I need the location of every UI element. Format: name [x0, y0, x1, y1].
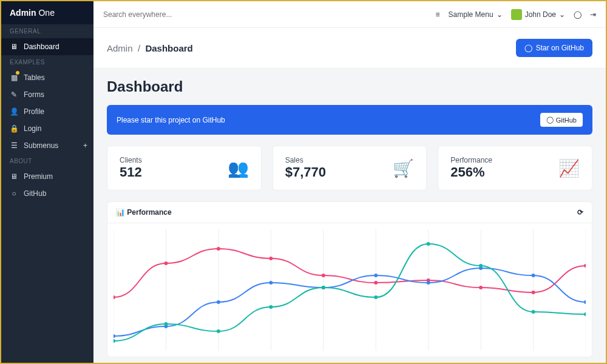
svg-point-38: [532, 310, 535, 314]
chevron-down-icon: ⌄: [559, 10, 565, 19]
nav-label: Profile: [24, 107, 44, 116]
github-icon[interactable]: ◯: [574, 10, 582, 19]
star-github-button[interactable]: ◯Star on GitHub: [516, 39, 592, 57]
svg-point-34: [322, 286, 325, 289]
expand-icon: +: [83, 141, 87, 150]
github-banner: Please star this project on GitHub ◯GitH…: [107, 105, 592, 135]
nav-icon: ▦: [10, 73, 18, 82]
nav-icon: 👤: [10, 107, 18, 116]
svg-point-12: [217, 247, 220, 251]
stat-value: $7,770: [285, 164, 326, 180]
search-input[interactable]: [103, 10, 427, 19]
nav-section-label: ABOUT: [1, 154, 93, 168]
svg-point-33: [269, 305, 273, 309]
stat-card-sales: Sales$7,770🛒: [273, 146, 427, 190]
svg-point-13: [269, 257, 273, 260]
sidebar-item-submenus[interactable]: ☰Submenus+: [1, 137, 93, 154]
stat-value: 256%: [450, 164, 492, 180]
svg-point-26: [427, 281, 430, 285]
nav-icon: 🔒: [10, 124, 18, 133]
svg-point-25: [374, 274, 378, 277]
breadcrumb: Admin / Dashboard: [107, 43, 193, 53]
nav-label: Login: [24, 124, 41, 133]
svg-point-20: [114, 334, 115, 338]
sidebar-item-premium[interactable]: 🖥Premium: [1, 168, 93, 185]
svg-point-39: [584, 312, 586, 316]
nav-icon: ☰: [10, 141, 18, 150]
svg-point-29: [584, 300, 586, 304]
svg-point-31: [164, 322, 168, 326]
github-banner-button[interactable]: ◯GitHub: [540, 113, 583, 127]
svg-point-37: [479, 264, 483, 268]
sample-menu-dropdown[interactable]: Sample Menu ⌄: [449, 10, 503, 19]
banner-text: Please star this project on GitHub: [117, 116, 225, 124]
nav-label: Premium: [24, 172, 53, 181]
svg-point-35: [374, 295, 378, 299]
stat-value: 512: [120, 164, 142, 180]
nav-label: Dashboard: [24, 42, 59, 51]
stat-label: Clients: [120, 156, 142, 164]
user-menu[interactable]: John Doe ⌄: [511, 9, 565, 20]
sidebar-item-forms[interactable]: ✎Forms: [1, 86, 93, 103]
stat-icon: 👥: [228, 158, 249, 178]
page-title: Dashboard: [107, 78, 592, 95]
nav-icon: ○: [10, 189, 18, 198]
sidebar: Admin One GENERAL🖥DashboardEXAMPLES▦Tabl…: [1, 1, 93, 363]
nav-label: Submenus: [24, 141, 58, 150]
performance-chart-card: 📊 Performance ⟳: [107, 201, 592, 357]
svg-point-32: [217, 329, 220, 333]
nav-icon: 🖥: [10, 172, 18, 181]
stat-card-clients: Clients512👥: [107, 146, 262, 190]
avatar: [511, 9, 522, 20]
sidebar-item-dashboard[interactable]: 🖥Dashboard: [1, 38, 93, 55]
github-icon: ◯: [546, 116, 554, 124]
notification-dot: [16, 71, 19, 75]
svg-point-15: [374, 281, 378, 285]
nav-section-label: EXAMPLES: [1, 55, 93, 69]
nav-icon: 🖥: [10, 42, 18, 51]
nav-label: GitHub: [24, 189, 46, 198]
topbar: ≡ Sample Menu ⌄ John Doe ⌄ ◯ ⇥: [93, 1, 606, 28]
breadcrumb-row: Admin / Dashboard ◯Star on GitHub: [93, 28, 606, 69]
github-icon: ◯: [524, 44, 532, 52]
stat-icon: 🛒: [393, 158, 414, 178]
sidebar-item-github[interactable]: ○GitHub: [1, 185, 93, 202]
brand-logo: Admin One: [1, 1, 93, 24]
stat-label: Performance: [450, 156, 492, 164]
sidebar-item-tables[interactable]: ▦Tables: [1, 69, 93, 86]
svg-point-11: [164, 261, 168, 265]
chevron-down-icon: ⌄: [497, 10, 503, 19]
stat-icon: 📈: [558, 158, 580, 178]
logout-icon[interactable]: ⇥: [590, 10, 596, 19]
svg-point-10: [114, 295, 115, 299]
svg-point-17: [479, 286, 483, 289]
stat-card-performance: Performance256%📈: [438, 146, 592, 190]
sidebar-item-login[interactable]: 🔒Login: [1, 120, 93, 137]
stat-label: Sales: [285, 156, 326, 164]
svg-point-36: [427, 242, 430, 246]
nav-label: Tables: [24, 73, 45, 82]
svg-point-23: [269, 281, 273, 285]
sidebar-item-profile[interactable]: 👤Profile: [1, 103, 93, 120]
svg-point-14: [322, 274, 325, 277]
svg-point-30: [114, 339, 115, 343]
menu-icon[interactable]: ≡: [436, 10, 440, 19]
svg-point-18: [532, 291, 535, 294]
refresh-icon[interactable]: ⟳: [577, 208, 583, 217]
chart-title: 📊 Performance: [116, 208, 172, 217]
svg-point-19: [584, 264, 586, 268]
nav-section-label: GENERAL: [1, 24, 93, 38]
svg-point-28: [532, 274, 535, 277]
nav-label: Forms: [24, 90, 44, 99]
nav-icon: ✎: [10, 90, 18, 99]
svg-point-22: [217, 300, 220, 304]
